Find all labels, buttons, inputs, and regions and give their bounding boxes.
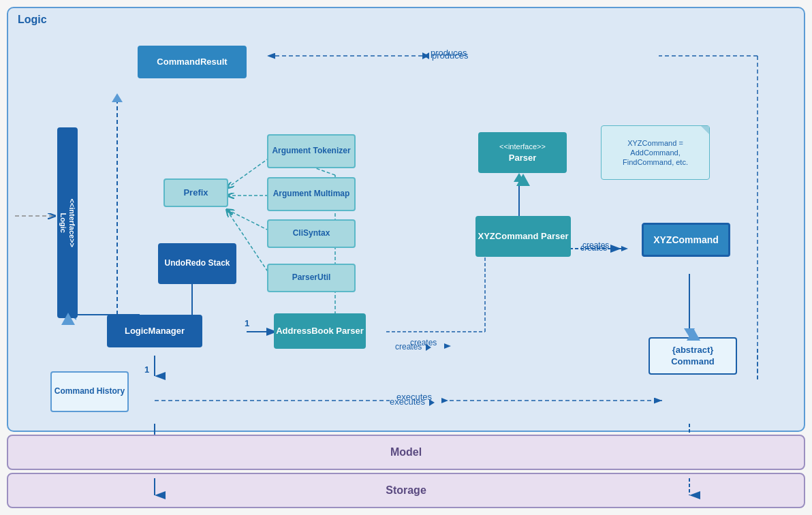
svg-marker-39 xyxy=(441,398,448,403)
abstract-command-box: {abstract} Command xyxy=(649,337,737,375)
storage-label: Storage xyxy=(386,484,426,497)
logic-area: Logic xyxy=(7,7,805,432)
cli-syntax-box: CliSyntax xyxy=(267,219,356,248)
parser-util-box: ParserUtil xyxy=(267,264,356,292)
abstract-command-triangle xyxy=(687,328,700,341)
prefix-box: Prefix xyxy=(163,178,228,207)
logic-label: Logic xyxy=(18,14,47,26)
logic-manager-label: LogicManager xyxy=(125,326,185,337)
addressbook-parser-box: AddressBook Parser xyxy=(274,313,366,349)
xyz-command-label: XYZCommand xyxy=(653,234,719,246)
undoredo-stack-box: UndoRedo Stack xyxy=(158,243,236,284)
interface-parser-box: <<interface>>Parser xyxy=(478,132,567,173)
model-area: Model xyxy=(7,435,805,470)
undoredo-label: UndoRedo Stack xyxy=(164,258,230,269)
xyz-command-parser-box: XYZCommand Parser xyxy=(475,216,571,257)
svg-marker-34 xyxy=(621,246,628,251)
parser-triangle xyxy=(516,174,530,186)
abstract-command-label: {abstract} Command xyxy=(650,345,736,368)
interface-logic-label: <<interface>>Logic xyxy=(59,198,76,247)
addressbook-parser-label: AddressBook Parser xyxy=(276,326,364,337)
interface-logic-box: <<interface>>Logic xyxy=(57,127,78,318)
logic-inheritance-triangle xyxy=(61,313,75,325)
creates-label-1: creates xyxy=(395,342,431,352)
parser-util-label: ParserUtil xyxy=(292,272,331,283)
svg-marker-30 xyxy=(444,343,451,349)
logic-manager-box: LogicManager xyxy=(107,315,202,347)
svg-text:1: 1 xyxy=(144,364,149,375)
argument-multimap-box: Argument Multimap xyxy=(267,177,356,211)
diagram-container: Logic xyxy=(0,0,812,515)
command-result-box: CommandResult xyxy=(138,46,247,78)
argument-tokenizer-box: Argument Tokenizer xyxy=(267,134,356,168)
produces-label: produces xyxy=(424,50,468,61)
executes-label: executes xyxy=(390,396,435,407)
storage-area: Storage xyxy=(7,473,805,508)
svg-marker-16 xyxy=(112,93,123,102)
interface-parser-label: <<interface>>Parser xyxy=(499,141,546,164)
command-history-label: Command History xyxy=(54,386,125,397)
svg-text:1: 1 xyxy=(245,318,249,328)
argument-tokenizer-label: Argument Tokenizer xyxy=(272,146,350,157)
xyz-command-box: XYZCommand xyxy=(642,223,730,257)
command-history-box: Command History xyxy=(50,371,129,412)
cli-syntax-label: CliSyntax xyxy=(293,228,330,239)
model-label: Model xyxy=(390,446,422,458)
prefix-label: Prefix xyxy=(183,187,208,199)
creates-label-2: creates xyxy=(580,243,616,253)
note-label: XYZCommand = AddCommand, FindCommand, et… xyxy=(606,138,705,168)
xyz-command-parser-label: XYZCommand Parser xyxy=(478,231,569,243)
argument-multimap-label: Argument Multimap xyxy=(273,189,350,200)
note-box: XYZCommand = AddCommand, FindCommand, et… xyxy=(601,125,710,180)
command-result-label: CommandResult xyxy=(157,57,227,68)
